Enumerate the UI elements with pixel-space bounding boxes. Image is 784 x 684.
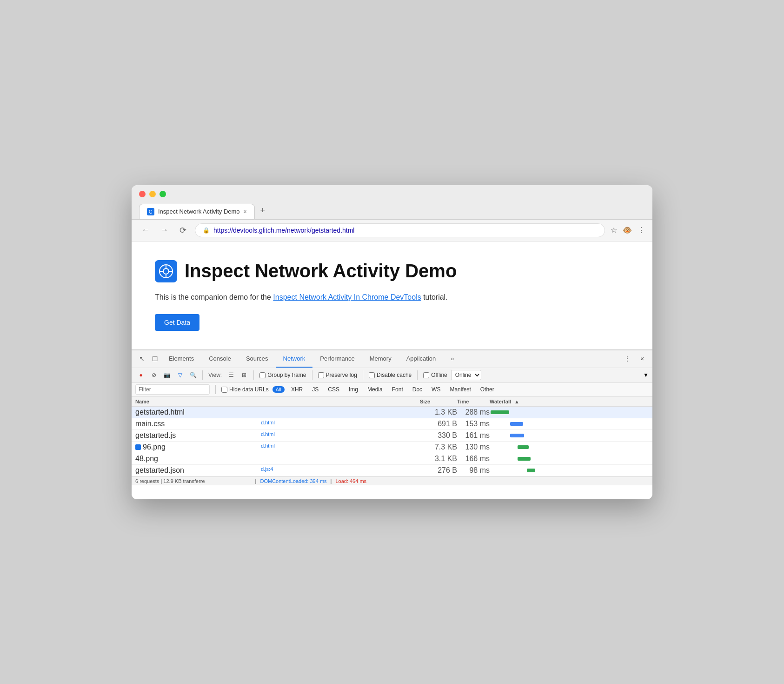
col-time: Time (457, 399, 490, 404)
network-row[interactable]: main.css d.html 691 B 153 ms (132, 418, 652, 430)
disable-cache-checkbox[interactable]: Disable cache (369, 372, 412, 378)
all-filter-badge[interactable]: All (272, 386, 285, 393)
col-name: Name (135, 399, 261, 404)
filter-xhr[interactable]: XHR (288, 386, 306, 393)
get-data-button[interactable]: Get Data (155, 314, 199, 331)
svg-text:G: G (149, 209, 153, 215)
preserve-log-checkbox[interactable]: Preserve log (318, 372, 357, 378)
menu-icon[interactable]: ⋮ (638, 226, 645, 235)
network-row[interactable]: getstarted.js d.html 330 B 161 ms (132, 430, 652, 442)
toolbar-separator-5 (417, 370, 418, 380)
page-description: This is the companion demo for the Inspe… (155, 292, 629, 303)
traffic-light-yellow[interactable] (149, 191, 156, 197)
dom-content-status: DOMContentLoaded: 394 ms (260, 478, 326, 484)
forward-button[interactable]: → (158, 224, 171, 237)
devtools-toolbar: ● ⊘ 📷 ▽ 🔍 View: ☰ ⊞ Group by frame Prese… (132, 368, 652, 383)
toolbar-separator-3 (312, 370, 312, 380)
col-initiator (261, 399, 420, 404)
preserve-log-input[interactable] (318, 372, 324, 378)
tab-close-button[interactable]: × (244, 208, 247, 215)
address-bar: ← → ⟳ 🔒 https://devtools.glitch.me/netwo… (132, 220, 652, 241)
filter-media[interactable]: Media (365, 386, 385, 393)
devtools-settings-icon[interactable]: ⋮ (621, 352, 634, 365)
toolbar-separator-2 (253, 370, 254, 380)
request-count: 6 requests | 12.9 KB transferre (135, 478, 205, 484)
view-label: View: (208, 372, 222, 378)
network-row[interactable]: 96.png d.html 7.3 KB 130 ms (132, 442, 652, 453)
tab-elements[interactable]: Elements (161, 350, 201, 368)
devtools-tab-bar: ↖ ☐ Elements Console Sources Network Per… (132, 350, 652, 368)
filter-font[interactable]: Font (389, 386, 406, 393)
filter-other[interactable]: Other (478, 386, 497, 393)
col-size: Size (420, 399, 457, 404)
page-heading: Inspect Network Activity Demo (155, 260, 629, 282)
traffic-light-green[interactable] (159, 191, 166, 197)
filter-manifest[interactable]: Manifest (447, 386, 473, 393)
toolbar-separator-1 (202, 370, 203, 380)
filter-doc[interactable]: Doc (410, 386, 425, 393)
filter-css[interactable]: CSS (325, 386, 342, 393)
view-list-icon[interactable]: ☰ (226, 369, 237, 381)
disable-cache-input[interactable] (369, 372, 375, 378)
record-button[interactable]: ● (135, 369, 146, 381)
network-row[interactable]: 48.png 3.1 KB 166 ms (132, 453, 652, 465)
page-title: Inspect Network Activity Demo (185, 261, 457, 282)
url-text: https://devtools.glitch.me/network/getst… (213, 227, 354, 234)
toolbar-separator-4 (363, 370, 363, 380)
tab-favicon: G (147, 208, 154, 215)
throttle-select[interactable]: Online (451, 370, 481, 380)
tab-sources[interactable]: Sources (239, 350, 276, 368)
search-icon[interactable]: 🔍 (187, 369, 199, 381)
devtools-panel: ↖ ☐ Elements Console Sources Network Per… (132, 349, 652, 499)
toolbar-dropdown-icon[interactable]: ▼ (643, 372, 649, 378)
group-by-frame-checkbox[interactable]: Group by frame (259, 372, 306, 378)
tab-more[interactable]: » (443, 350, 461, 368)
traffic-light-red[interactable] (139, 191, 146, 197)
lock-icon: 🔒 (203, 227, 210, 234)
profile-icon[interactable]: 🐵 (623, 226, 632, 235)
bookmark-icon[interactable]: ☆ (611, 226, 617, 235)
hide-data-urls-input[interactable] (221, 387, 227, 393)
network-row[interactable]: getstarted.json d.js:4 276 B 98 ms (132, 465, 652, 476)
filter-separator (215, 385, 216, 394)
filter-bar: Hide data URLs All XHR JS CSS Img Media … (132, 383, 652, 397)
tab-application[interactable]: Application (399, 350, 444, 368)
filter-img[interactable]: Img (346, 386, 361, 393)
devtools-close-icon[interactable]: × (636, 352, 649, 365)
group-by-frame-input[interactable] (259, 372, 266, 378)
screenshot-button[interactable]: 📷 (161, 369, 173, 381)
devtools-status-bar: 6 requests | 12.9 KB transferre | DOMCon… (132, 476, 652, 485)
devtools-inspect-icon[interactable]: ☐ (148, 352, 161, 365)
stop-button[interactable]: ⊘ (148, 369, 159, 381)
devtools-cursor-icon[interactable]: ↖ (135, 352, 148, 365)
address-input[interactable]: 🔒 https://devtools.glitch.me/network/get… (195, 223, 605, 237)
hide-data-urls-checkbox[interactable]: Hide data URLs (221, 386, 269, 393)
page-icon (155, 260, 177, 282)
tab-console[interactable]: Console (201, 350, 239, 368)
filter-icon[interactable]: ▽ (174, 369, 186, 381)
network-table-header: Name Size Time Waterfall ▲ (132, 397, 652, 407)
page-content: Inspect Network Activity Demo This is th… (132, 241, 652, 349)
browser-tab[interactable]: G Inspect Network Activity Demo × (139, 204, 255, 219)
filter-ws[interactable]: WS (429, 386, 443, 393)
network-table: Name Size Time Waterfall ▲ getstarted.ht… (132, 397, 652, 499)
network-row[interactable]: getstarted.html 1.3 KB 288 ms (132, 407, 652, 418)
filter-js[interactable]: JS (309, 386, 321, 393)
tab-network[interactable]: Network (276, 350, 313, 368)
new-tab-button[interactable]: + (255, 202, 271, 219)
filter-input[interactable] (135, 384, 210, 395)
load-status: Load: 464 ms (335, 478, 366, 484)
offline-input[interactable] (423, 372, 429, 378)
offline-checkbox[interactable]: Offline (423, 372, 447, 378)
reload-button[interactable]: ⟳ (176, 224, 189, 237)
tab-performance[interactable]: Performance (312, 350, 362, 368)
tab-title: Inspect Network Activity Demo (158, 208, 240, 215)
back-button[interactable]: ← (139, 224, 152, 237)
tutorial-link[interactable]: Inspect Network Activity In Chrome DevTo… (273, 293, 421, 301)
col-waterfall: Waterfall ▲ (490, 399, 649, 404)
view-grid-icon[interactable]: ⊞ (239, 369, 250, 381)
tab-memory[interactable]: Memory (362, 350, 399, 368)
